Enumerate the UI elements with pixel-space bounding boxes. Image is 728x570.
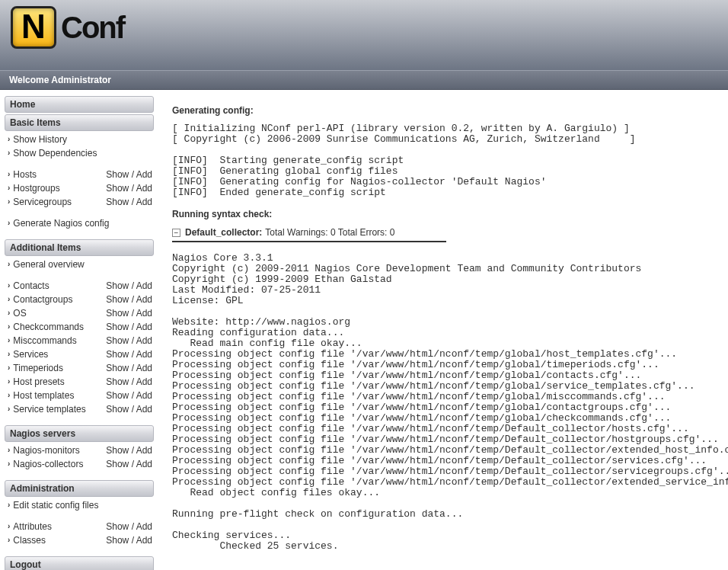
chevron-right-icon: › bbox=[8, 403, 10, 415]
misccommands-show[interactable]: Show bbox=[106, 335, 129, 346]
collector-name: Default_collector: bbox=[185, 227, 262, 238]
nav-contactgroups[interactable]: ›Contactgroups bbox=[8, 293, 72, 306]
hosts-show[interactable]: Show bbox=[106, 169, 129, 180]
divider bbox=[172, 241, 446, 242]
nav-contacts[interactable]: ›Contacts bbox=[8, 280, 49, 292]
services-add[interactable]: Add bbox=[136, 349, 152, 360]
servicegroups-add[interactable]: Add bbox=[136, 197, 152, 207]
sidebar: Home Basic Items ›Show History ›Show Dep… bbox=[0, 90, 158, 570]
hosttemplates-show[interactable]: Show bbox=[106, 390, 129, 401]
servicetemplates-show[interactable]: Show bbox=[106, 404, 129, 415]
collector-summary-row: − Default_collector: Total Warnings: 0 T… bbox=[172, 227, 728, 238]
nav-hosts[interactable]: ›Hosts bbox=[8, 168, 37, 181]
nav-timeperiods[interactable]: ›Timeperiods bbox=[8, 362, 63, 374]
logo-conf-text: Conf bbox=[61, 11, 124, 45]
nav-show-history[interactable]: ›Show History bbox=[8, 133, 67, 146]
chevron-right-icon: › bbox=[8, 168, 10, 181]
nav-hosttemplates[interactable]: ›Host templates bbox=[8, 389, 74, 402]
misccommands-add[interactable]: Add bbox=[136, 335, 152, 346]
os-add[interactable]: Add bbox=[136, 308, 152, 319]
nav-misccommands[interactable]: ›Misccommands bbox=[8, 335, 77, 347]
nav-nagios-collectors[interactable]: ›Nagios-collectors bbox=[8, 458, 83, 470]
nav-os[interactable]: ›OS bbox=[8, 307, 27, 319]
nav-logout[interactable]: Logout bbox=[5, 556, 154, 570]
chevron-right-icon: › bbox=[8, 335, 10, 347]
os-show[interactable]: Show bbox=[106, 308, 129, 319]
nav-servicetemplates[interactable]: ›Service templates bbox=[8, 403, 86, 415]
chevron-right-icon: › bbox=[8, 293, 10, 306]
nav-nagios-monitors[interactable]: ›Nagios-monitors bbox=[8, 444, 80, 456]
logo-n-badge: N bbox=[11, 6, 56, 49]
nav-attributes[interactable]: ›Attributes bbox=[8, 520, 52, 533]
nav-checkcommands[interactable]: ›Checkcommands bbox=[8, 321, 84, 333]
nav-general-overview[interactable]: ›General overview bbox=[8, 258, 85, 271]
collapse-toggle-icon[interactable]: − bbox=[172, 229, 180, 237]
nav-hostgroups[interactable]: ›Hostgroups bbox=[8, 182, 60, 194]
generating-config-heading: Generating config: bbox=[172, 105, 728, 116]
nav-generate-config[interactable]: ›Generate Nagios config bbox=[8, 217, 109, 229]
hostgroups-add[interactable]: Add bbox=[136, 183, 152, 194]
hostgroups-show[interactable]: Show bbox=[106, 183, 129, 194]
chevron-right-icon: › bbox=[8, 182, 10, 194]
chevron-right-icon: › bbox=[8, 217, 10, 229]
checkcommands-show[interactable]: Show bbox=[106, 322, 129, 332]
logo: N Conf bbox=[11, 6, 728, 49]
hosttemplates-add[interactable]: Add bbox=[136, 390, 152, 401]
syntax-check-heading: Running syntax check: bbox=[172, 209, 728, 219]
services-show[interactable]: Show bbox=[106, 349, 129, 360]
checkcommands-add[interactable]: Add bbox=[136, 322, 152, 332]
attributes-add[interactable]: Add bbox=[136, 521, 152, 532]
contactgroups-add[interactable]: Add bbox=[136, 294, 152, 305]
chevron-right-icon: › bbox=[8, 321, 10, 333]
main-content: Generating config: [ Initializing NConf … bbox=[158, 90, 728, 568]
nav-home[interactable]: Home bbox=[5, 96, 154, 113]
contacts-add[interactable]: Add bbox=[136, 280, 152, 291]
chevron-right-icon: › bbox=[8, 147, 10, 159]
chevron-right-icon: › bbox=[8, 280, 10, 292]
nav-hostpresets[interactable]: ›Host presets bbox=[8, 376, 65, 388]
timeperiods-show[interactable]: Show bbox=[106, 363, 129, 373]
nav-classes[interactable]: ›Classes bbox=[8, 534, 46, 546]
contactgroups-show[interactable]: Show bbox=[106, 294, 129, 305]
monitors-show[interactable]: Show bbox=[106, 445, 129, 456]
chevron-right-icon: › bbox=[8, 444, 10, 456]
classes-add[interactable]: Add bbox=[136, 535, 152, 546]
chevron-right-icon: › bbox=[8, 196, 10, 208]
chevron-right-icon: › bbox=[8, 458, 10, 470]
nav-show-dependencies[interactable]: ›Show Dependencies bbox=[8, 147, 97, 159]
chevron-right-icon: › bbox=[8, 258, 10, 271]
chevron-right-icon: › bbox=[8, 348, 10, 360]
hostpresets-add[interactable]: Add bbox=[136, 376, 152, 387]
chevron-right-icon: › bbox=[8, 499, 10, 511]
contacts-show[interactable]: Show bbox=[106, 280, 129, 291]
timeperiods-add[interactable]: Add bbox=[136, 363, 152, 373]
generate-output: [ Initializing NConf perl-API (library v… bbox=[172, 123, 728, 198]
collector-summary: Total Warnings: 0 Total Errors: 0 bbox=[265, 227, 394, 238]
section-basic-items: Basic Items bbox=[5, 114, 154, 131]
section-administration: Administration bbox=[5, 480, 154, 497]
hosts-actions: Show / Add bbox=[106, 168, 152, 181]
chevron-right-icon: › bbox=[8, 520, 10, 533]
nav-servicegroups[interactable]: ›Servicegroups bbox=[8, 196, 72, 208]
chevron-right-icon: › bbox=[8, 534, 10, 546]
chevron-right-icon: › bbox=[8, 133, 10, 146]
chevron-right-icon: › bbox=[8, 307, 10, 319]
section-additional-items: Additional Items bbox=[5, 239, 154, 256]
welcome-bar: Welcome Administrator bbox=[0, 70, 728, 90]
hostpresets-show[interactable]: Show bbox=[106, 376, 129, 387]
nav-services[interactable]: ›Services bbox=[8, 348, 48, 360]
collectors-add[interactable]: Add bbox=[136, 459, 152, 469]
syntax-output: Nagios Core 3.3.1 Copyright (c) 2009-201… bbox=[172, 253, 728, 552]
servicegroups-show[interactable]: Show bbox=[106, 197, 129, 207]
nav-edit-static-config[interactable]: ›Edit static config files bbox=[8, 499, 98, 511]
hosts-add[interactable]: Add bbox=[136, 169, 152, 180]
section-nagios-servers: Nagios servers bbox=[5, 425, 154, 442]
app-header: N Conf bbox=[0, 0, 728, 70]
classes-show[interactable]: Show bbox=[106, 535, 129, 546]
collectors-show[interactable]: Show bbox=[106, 459, 129, 469]
attributes-show[interactable]: Show bbox=[106, 521, 129, 532]
chevron-right-icon: › bbox=[8, 362, 10, 374]
servicetemplates-add[interactable]: Add bbox=[136, 404, 152, 415]
chevron-right-icon: › bbox=[8, 376, 10, 388]
monitors-add[interactable]: Add bbox=[136, 445, 152, 456]
